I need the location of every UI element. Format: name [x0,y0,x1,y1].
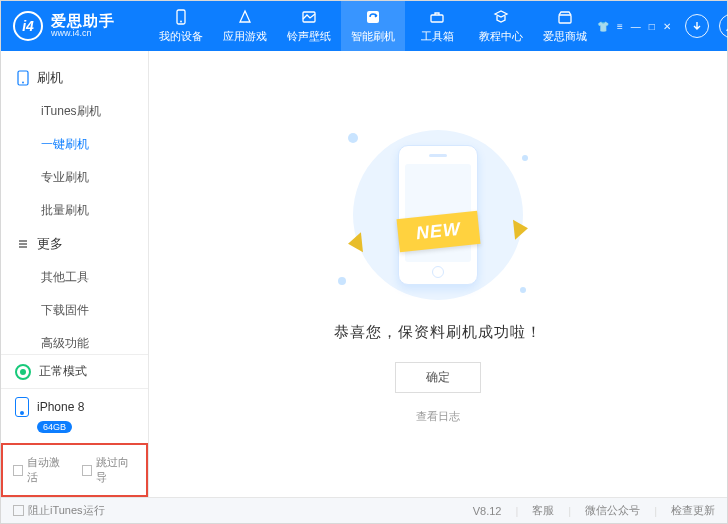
tab-smart-flash[interactable]: 智能刷机 [341,1,405,51]
support-link[interactable]: 客服 [532,503,554,518]
wechat-link[interactable]: 微信公众号 [585,503,640,518]
tab-my-device[interactable]: 我的设备 [149,1,213,51]
sidebar-options: 自动激活 跳过向导 [1,443,148,497]
checkbox-box-icon [13,505,24,516]
tutorial-icon [492,8,510,26]
sidebar-item-download-firmware[interactable]: 下载固件 [1,294,148,327]
sidebar-item-itunes-flash[interactable]: iTunes刷机 [1,95,148,128]
header: i4 爱思助手 www.i4.cn 我的设备 应用游戏 铃声壁纸 智能刷机 [1,1,727,51]
device-box[interactable]: iPhone 8 64GB [1,388,148,443]
download-button[interactable] [685,14,709,38]
checkbox-auto-activate[interactable]: 自动激活 [13,455,68,485]
tab-ringtones[interactable]: 铃声壁纸 [277,1,341,51]
logo-area: i4 爱思助手 www.i4.cn [1,11,149,41]
checkbox-block-itunes[interactable]: 阻止iTunes运行 [13,503,105,518]
top-tabs: 我的设备 应用游戏 铃声壁纸 智能刷机 工具箱 教程中心 [149,1,597,51]
header-right: 👕 ≡ — □ ✕ [597,14,728,38]
footer: 阻止iTunes运行 V8.12 | 客服 | 微信公众号 | 检查更新 [1,497,727,523]
sidebar-section-flash: 刷机 [1,61,148,95]
device-phone-icon [15,397,29,417]
separator: | [654,505,657,517]
footer-left: 阻止iTunes运行 [13,503,105,518]
svg-rect-3 [367,11,379,23]
sidebar-list: 刷机 iTunes刷机 一键刷机 专业刷机 批量刷机 更多 其他工具 下载固件 … [1,51,148,354]
separator: | [515,505,518,517]
apps-icon [236,8,254,26]
device-status[interactable]: 正常模式 [1,354,148,388]
device-name: iPhone 8 [37,400,84,414]
tab-toolbox[interactable]: 工具箱 [405,1,469,51]
separator: | [568,505,571,517]
checkbox-box-icon [82,465,92,476]
sidebar-item-pro-flash[interactable]: 专业刷机 [1,161,148,194]
main-content: NEW 恭喜您，保资料刷机成功啦！ 确定 查看日志 [149,51,727,497]
status-icon [15,364,31,380]
version-text: V8.12 [473,505,502,517]
maximize-icon[interactable]: □ [649,21,655,32]
app-window: i4 爱思助手 www.i4.cn 我的设备 应用游戏 铃声壁纸 智能刷机 [0,0,728,524]
ribbon-tail [347,232,363,253]
storage-badge: 64GB [37,421,72,433]
checkbox-skip-guide[interactable]: 跳过向导 [82,455,137,485]
ribbon-tail [513,218,529,239]
sidebar-item-batch-flash[interactable]: 批量刷机 [1,194,148,227]
wallpaper-icon [300,8,318,26]
menu-icon[interactable]: ≡ [617,21,623,32]
tab-store[interactable]: 爱思商城 [533,1,597,51]
svg-point-8 [22,82,24,84]
sidebar-item-advanced[interactable]: 高级功能 [1,327,148,354]
app-title: 爱思助手 [51,13,115,30]
logo-text: 爱思助手 www.i4.cn [51,13,115,39]
app-url: www.i4.cn [51,29,115,39]
close-icon[interactable]: ✕ [663,21,671,32]
decor-dot [520,287,526,293]
sidebar: 刷机 iTunes刷机 一键刷机 专业刷机 批量刷机 更多 其他工具 下载固件 … [1,51,149,497]
ok-button[interactable]: 确定 [395,362,481,393]
decor-dot [338,277,346,285]
tab-apps[interactable]: 应用游戏 [213,1,277,51]
sidebar-section-title: 更多 [37,235,63,253]
store-icon [556,8,574,26]
update-link[interactable]: 检查更新 [671,503,715,518]
status-text: 正常模式 [39,363,87,380]
window-controls: 👕 ≡ — □ ✕ [597,21,671,32]
checkbox-box-icon [13,465,23,476]
logo-icon: i4 [13,11,43,41]
flash-icon [364,8,382,26]
toolbox-icon [428,8,446,26]
minimize-icon[interactable]: — [631,21,641,32]
body: 刷机 iTunes刷机 一键刷机 专业刷机 批量刷机 更多 其他工具 下载固件 … [1,51,727,497]
checkbox-label: 跳过向导 [96,455,136,485]
sidebar-item-other-tools[interactable]: 其他工具 [1,261,148,294]
list-icon [17,238,29,250]
user-button[interactable] [719,14,728,38]
skin-icon[interactable]: 👕 [597,21,609,32]
tab-tutorials[interactable]: 教程中心 [469,1,533,51]
view-log-link[interactable]: 查看日志 [416,409,460,424]
decor-dot [348,133,358,143]
illustration: NEW [328,125,548,305]
sidebar-item-oneclick-flash[interactable]: 一键刷机 [1,128,148,161]
checkbox-label: 自动激活 [27,455,67,485]
success-message: 恭喜您，保资料刷机成功啦！ [334,323,542,342]
device-icon [172,8,190,26]
svg-point-1 [180,21,182,23]
decor-dot [522,155,528,161]
sidebar-section-title: 刷机 [37,69,63,87]
sidebar-section-more: 更多 [1,227,148,261]
checkbox-label: 阻止iTunes运行 [28,503,105,518]
svg-rect-5 [559,15,571,23]
phone-outline-icon [17,70,29,86]
svg-rect-4 [431,15,443,22]
footer-right: V8.12 | 客服 | 微信公众号 | 检查更新 [473,503,715,518]
